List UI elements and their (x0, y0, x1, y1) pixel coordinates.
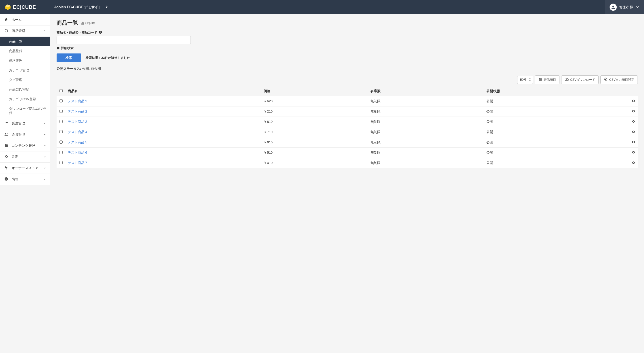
search-label: 商品名・商品ID・商品コード ? (56, 31, 638, 35)
nav-content[interactable]: コンテンツ管理 (0, 140, 50, 151)
search-button[interactable]: 検索 (56, 54, 81, 62)
site-link[interactable]: Joolen EC-CUBE デモサイト (50, 5, 605, 10)
row-checkbox[interactable] (60, 161, 62, 164)
eye-icon[interactable] (632, 131, 636, 134)
chevron-up-icon (44, 29, 46, 33)
help-icon[interactable]: ? (98, 31, 102, 35)
logo[interactable]: EC|CUBE (0, 0, 50, 14)
site-name: Joolen EC-CUBE デモサイト (54, 5, 102, 10)
columns-button[interactable]: 表示項目 (535, 75, 560, 84)
product-link[interactable]: テスト商品３ (68, 120, 88, 124)
row-checkbox[interactable] (60, 99, 62, 103)
nav-customer[interactable]: 会員管理 (0, 129, 50, 140)
table-row: テスト商品１￥620無制限公開 (56, 96, 638, 107)
csv-settings-button[interactable]: CSV出力項目設定 (600, 75, 638, 84)
advanced-search-toggle[interactable]: 詳細検索 (56, 46, 638, 50)
nav-label: 設定 (12, 155, 18, 159)
sidebar-item-tag[interactable]: タグ管理 (0, 75, 50, 85)
eye-icon[interactable] (632, 100, 636, 104)
nav-order[interactable]: 受注管理 (0, 118, 50, 129)
users-icon (4, 132, 8, 137)
product-link[interactable]: テスト商品１ (68, 99, 88, 103)
cell-stock: 無制限 (368, 127, 484, 137)
sort-icon (529, 78, 531, 82)
cell-status: 公開 (484, 158, 626, 168)
file-icon (4, 143, 8, 148)
cloud-download-icon (564, 77, 569, 82)
svg-point-11 (539, 78, 540, 79)
product-link[interactable]: テスト商品２ (68, 109, 88, 113)
chevron-down-icon (44, 133, 46, 136)
product-link[interactable]: テスト商品５ (68, 140, 88, 144)
row-checkbox[interactable] (60, 141, 62, 144)
eye-icon[interactable] (632, 110, 636, 114)
eye-icon[interactable] (632, 162, 636, 165)
eye-icon[interactable] (632, 141, 636, 145)
nav-home[interactable]: ホーム (0, 14, 50, 26)
sidebar-item-product-list[interactable]: 商品一覧 (0, 37, 50, 46)
per-page-select[interactable]: 50件 (517, 76, 533, 84)
nav-store[interactable]: オーナーズストア (0, 163, 50, 174)
table-row: テスト商品２￥210無制限公開 (56, 107, 638, 117)
nav-label: 情報 (12, 177, 18, 181)
eye-icon[interactable] (632, 151, 636, 155)
svg-point-3 (5, 133, 6, 134)
user-icon (610, 4, 617, 11)
page-subtitle: 商品管理 (81, 22, 96, 25)
search-area: 商品名・商品ID・商品コード ? 詳細検索 検索 検索結果：23件が該当しました (50, 28, 644, 62)
search-input[interactable] (56, 36, 191, 44)
row-checkbox[interactable] (60, 130, 62, 133)
svg-text:?: ? (100, 31, 101, 33)
nav-product[interactable]: 商品管理 (0, 26, 50, 37)
svg-point-2 (612, 6, 614, 7)
svg-rect-7 (6, 178, 6, 179)
csv-download-button[interactable]: CSVダウンロード (561, 75, 598, 84)
svg-point-14 (605, 79, 606, 80)
chevron-down-icon (44, 144, 46, 148)
chevron-down-icon (636, 5, 640, 10)
sidebar-item-category-csv[interactable]: カテゴリCSV登録 (0, 94, 50, 104)
product-link[interactable]: テスト商品４ (68, 130, 88, 134)
row-checkbox[interactable] (60, 151, 62, 154)
nav-setting[interactable]: 設定 (0, 151, 50, 163)
chevron-down-icon (44, 122, 46, 125)
sidebar-item-product-csv[interactable]: 商品CSV登録 (0, 85, 50, 94)
cell-stock: 無制限 (368, 117, 484, 127)
col-price: 価格 (262, 86, 368, 96)
sidebar-item-category[interactable]: カテゴリ管理 (0, 66, 50, 75)
nav-info[interactable]: 情報 (0, 174, 50, 185)
nav-product-sub: 商品一覧 商品登録 規格管理 カテゴリ管理 タグ管理 商品CSV登録 カテゴリC… (0, 37, 50, 118)
cell-status: 公開 (484, 127, 626, 137)
select-all-checkbox[interactable] (60, 89, 62, 92)
sidebar-item-download-csv[interactable]: ダウンロード商品CSV登録 (0, 104, 50, 118)
svg-point-13 (540, 80, 540, 81)
sidebar-item-class[interactable]: 規格管理 (0, 56, 50, 66)
table-row: テスト商品５￥610無制限公開 (56, 137, 638, 148)
cell-price: ￥210 (262, 107, 368, 117)
cell-stock: 無制限 (368, 148, 484, 158)
row-checkbox[interactable] (60, 120, 62, 123)
cell-status: 公開 (484, 148, 626, 158)
eye-icon[interactable] (632, 120, 636, 124)
product-link[interactable]: テスト商品７ (68, 161, 88, 165)
user-label: 管理者 様 (619, 5, 633, 10)
nav-label: ホーム (12, 18, 22, 22)
status-line: 公開ステータス: 公開, 非公開 (50, 62, 644, 75)
header: EC|CUBE Joolen EC-CUBE デモサイト 管理者 様 (0, 0, 644, 14)
sidebar: ホーム 商品管理 商品一覧 商品登録 規格管理 カテゴリ管理 タグ管理 商品CS… (0, 14, 50, 185)
col-name: 商品名 (66, 86, 262, 96)
main-content: 商品一覧 商品管理 商品名・商品ID・商品コード ? 詳細検索 検索 検索結果：… (50, 14, 644, 185)
row-checkbox[interactable] (60, 110, 62, 113)
sidebar-item-product-new[interactable]: 商品登録 (0, 46, 50, 56)
table-toolbar: 50件 表示項目 CSVダウンロード CSV出力項目設定 (50, 75, 644, 86)
nav-label: 商品管理 (12, 29, 25, 33)
page-head: 商品一覧 商品管理 (50, 14, 644, 28)
user-menu[interactable]: 管理者 様 (605, 0, 644, 14)
page-title: 商品一覧 (56, 20, 78, 26)
cell-status: 公開 (484, 117, 626, 127)
plug-icon (4, 166, 8, 170)
cell-price: ￥710 (262, 127, 368, 137)
gear-icon (604, 77, 608, 82)
nav-label: 受注管理 (12, 121, 25, 126)
product-link[interactable]: テスト商品６ (68, 151, 88, 154)
